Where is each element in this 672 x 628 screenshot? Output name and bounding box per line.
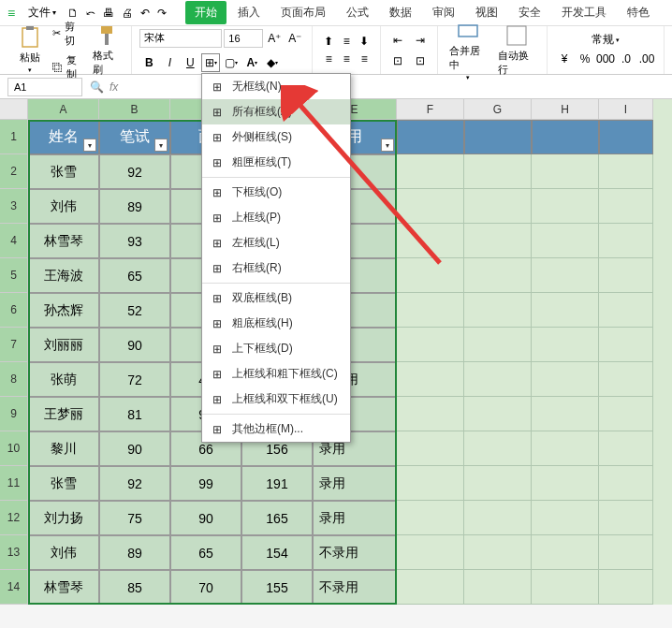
indent-inc[interactable]: ⇥ xyxy=(411,31,430,50)
empty-cell[interactable] xyxy=(464,189,532,224)
row-header[interactable]: 4 xyxy=(0,224,28,258)
header-cell[interactable]: 笔试▾ xyxy=(99,120,170,154)
empty-cell[interactable] xyxy=(464,431,532,466)
data-cell[interactable]: 154 xyxy=(241,535,313,570)
data-cell[interactable]: 张萌 xyxy=(28,362,99,397)
align-top[interactable]: ⬆ xyxy=(320,33,337,50)
data-cell[interactable]: 65 xyxy=(99,258,170,293)
decrease-font-icon[interactable]: A⁻ xyxy=(285,29,304,48)
format-painter-button[interactable]: 格式刷 xyxy=(89,22,124,79)
tab-layout[interactable]: 页面布局 xyxy=(271,1,335,24)
empty-cell[interactable] xyxy=(464,154,532,189)
empty-cell[interactable] xyxy=(599,258,653,293)
paste-button[interactable]: 粘贴▾ xyxy=(15,24,45,76)
empty-cell[interactable] xyxy=(599,535,653,570)
data-cell[interactable]: 99 xyxy=(170,466,241,501)
quick-icon[interactable]: ⤺ xyxy=(86,7,95,20)
header-cell[interactable]: 姓名▾ xyxy=(28,120,99,154)
empty-cell[interactable] xyxy=(464,258,532,293)
empty-cell[interactable] xyxy=(599,189,653,224)
empty-cell[interactable] xyxy=(464,466,532,501)
row-header[interactable]: 2 xyxy=(0,154,28,189)
font-name-select[interactable] xyxy=(139,29,222,48)
border-menu-item[interactable]: ⊞其他边框(M)... xyxy=(202,416,350,442)
data-cell[interactable]: 70 xyxy=(170,570,241,605)
tab-start[interactable]: 开始 xyxy=(185,1,226,24)
extra1[interactable]: ⊡ xyxy=(388,51,407,70)
select-all-corner[interactable] xyxy=(0,99,28,120)
data-cell[interactable]: 52 xyxy=(99,293,170,328)
highlight-button[interactable]: ◆▾ xyxy=(263,53,282,72)
merge-button[interactable]: 合并居中▾ xyxy=(446,18,490,83)
data-cell[interactable]: 65 xyxy=(170,535,241,570)
col-header-g[interactable]: G xyxy=(464,99,532,120)
empty-cell[interactable] xyxy=(599,120,653,154)
underline-button[interactable]: U xyxy=(181,53,199,72)
empty-cell[interactable] xyxy=(397,466,464,501)
tab-special[interactable]: 特色 xyxy=(618,1,659,24)
wrap-button[interactable]: 自动换行 xyxy=(494,22,539,79)
undo-icon[interactable]: ↶ xyxy=(140,7,150,20)
empty-cell[interactable] xyxy=(532,154,599,189)
data-cell[interactable]: 90 xyxy=(99,431,170,466)
dec-dec-icon[interactable]: .00 xyxy=(637,50,656,68)
tab-security[interactable]: 安全 xyxy=(509,1,550,24)
row-header[interactable]: 6 xyxy=(0,293,28,328)
italic-button[interactable]: I xyxy=(160,53,179,72)
empty-cell[interactable] xyxy=(464,397,532,431)
data-cell[interactable]: 刘力扬 xyxy=(28,501,99,535)
data-cell[interactable]: 89 xyxy=(99,189,170,224)
data-cell[interactable]: 黎川 xyxy=(28,431,99,466)
data-cell[interactable]: 刘丽丽 xyxy=(28,328,99,362)
empty-cell[interactable] xyxy=(532,328,599,362)
row-header[interactable]: 1 xyxy=(0,120,28,154)
col-header-a[interactable]: A xyxy=(28,99,99,120)
empty-cell[interactable] xyxy=(397,328,464,362)
currency-icon[interactable]: ¥ xyxy=(555,50,574,68)
data-cell[interactable]: 刘伟 xyxy=(28,535,99,570)
empty-cell[interactable] xyxy=(464,362,532,397)
comma-icon[interactable]: 000 xyxy=(596,50,615,68)
cell-reference-box[interactable]: A1 xyxy=(7,78,82,96)
data-cell[interactable]: 165 xyxy=(241,501,313,535)
empty-cell[interactable] xyxy=(599,501,653,535)
indent-dec[interactable]: ⇤ xyxy=(388,31,407,50)
row-header[interactable]: 11 xyxy=(0,466,28,501)
empty-cell[interactable] xyxy=(397,501,464,535)
font-color-button[interactable]: A▾ xyxy=(242,53,261,72)
data-cell[interactable]: 不录用 xyxy=(313,535,397,570)
align-left[interactable]: ≡ xyxy=(320,51,337,67)
row-header[interactable]: 3 xyxy=(0,189,28,224)
align-middle[interactable]: ≡ xyxy=(338,33,355,50)
empty-cell[interactable] xyxy=(599,293,653,328)
row-header[interactable]: 8 xyxy=(0,362,28,397)
bold-button[interactable]: B xyxy=(139,53,158,72)
data-cell[interactable]: 72 xyxy=(99,362,170,397)
extra2[interactable]: ⊡ xyxy=(411,51,430,70)
empty-cell[interactable] xyxy=(599,328,653,362)
align-bottom[interactable]: ⬇ xyxy=(356,33,373,50)
empty-cell[interactable] xyxy=(532,189,599,224)
data-cell[interactable]: 89 xyxy=(99,535,170,570)
data-cell[interactable]: 张雪 xyxy=(28,466,99,501)
empty-cell[interactable] xyxy=(532,293,599,328)
empty-cell[interactable] xyxy=(532,397,599,431)
empty-cell[interactable] xyxy=(532,258,599,293)
empty-cell[interactable] xyxy=(532,362,599,397)
data-cell[interactable]: 75 xyxy=(99,501,170,535)
empty-cell[interactable] xyxy=(599,154,653,189)
tab-formula[interactable]: 公式 xyxy=(337,1,378,24)
data-cell[interactable]: 191 xyxy=(241,466,313,501)
empty-cell[interactable] xyxy=(464,293,532,328)
data-cell[interactable]: 90 xyxy=(99,328,170,362)
col-header-h[interactable]: H xyxy=(532,99,599,120)
filter-arrow-icon[interactable]: ▾ xyxy=(83,139,96,152)
border-menu-item[interactable]: ⊞上框线和双下框线(U) xyxy=(202,387,350,412)
border-button[interactable]: ⊞▾ xyxy=(201,53,220,72)
row-header[interactable]: 12 xyxy=(0,501,28,535)
data-cell[interactable]: 张雪 xyxy=(28,154,99,189)
increase-font-icon[interactable]: A⁺ xyxy=(265,29,284,48)
fill-button[interactable]: ▢▾ xyxy=(222,53,241,72)
empty-cell[interactable] xyxy=(599,362,653,397)
empty-cell[interactable] xyxy=(464,120,532,154)
